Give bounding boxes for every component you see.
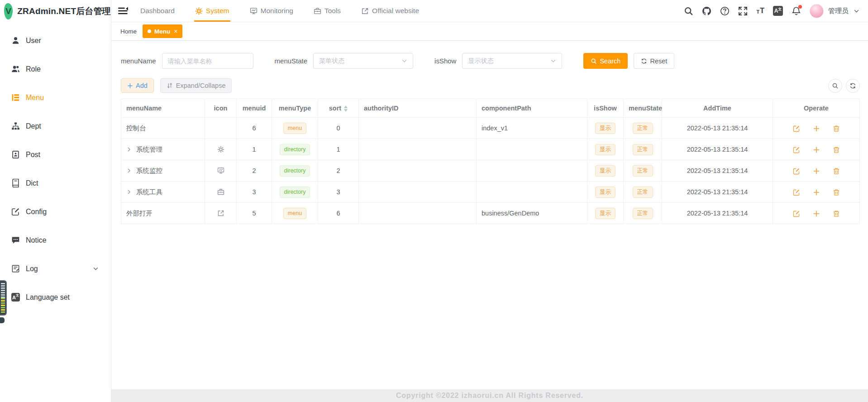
nav-tools[interactable]: Tools: [314, 0, 341, 22]
sidebar-item-role[interactable]: Role: [0, 55, 111, 83]
sidebar-item-label: Role: [26, 65, 41, 73]
sidebar-item-label: User: [26, 37, 41, 45]
edit-row-button[interactable]: [793, 168, 800, 175]
cell-icon: [205, 182, 237, 203]
menu-name-text: 系统工具: [136, 188, 162, 196]
sort-arrows-icon: [167, 82, 173, 89]
user-avatar[interactable]: [810, 4, 824, 18]
edit-row-button[interactable]: [793, 125, 800, 132]
org-tree-icon: [11, 122, 20, 130]
column-header-menuState: menuState: [624, 99, 662, 118]
sort-carets-icon[interactable]: [344, 105, 348, 112]
table-row: 系统监控2directory2显示正常2022-05-13 21:35:14: [121, 160, 860, 182]
add-child-button[interactable]: [813, 189, 820, 196]
language-switch-icon[interactable]: A文: [773, 6, 783, 16]
cell-componentpath: [477, 160, 587, 182]
collapse-sidebar-icon[interactable]: [118, 6, 129, 16]
close-tab-icon[interactable]: ×: [174, 28, 177, 35]
sidebar-item-language-set[interactable]: A文 Language set: [0, 283, 111, 311]
delete-row-button[interactable]: [833, 168, 840, 175]
main-area: Dashboard System Monitoring Tools Offici…: [111, 0, 868, 402]
column-header-authorityID: authorityID: [359, 99, 477, 118]
add-button[interactable]: Add: [121, 78, 154, 93]
fullscreen-icon[interactable]: [738, 6, 748, 16]
chevron-down-icon: [401, 58, 407, 64]
sidebar-item-log[interactable]: Log: [0, 254, 111, 283]
add-child-button[interactable]: [813, 168, 820, 175]
nav-system[interactable]: System: [195, 0, 229, 22]
user-menu-chevron-icon[interactable]: [854, 8, 859, 14]
edit-row-button[interactable]: [793, 189, 800, 196]
github-icon[interactable]: [702, 6, 711, 16]
table-body: 控制台6menu0index_v1显示正常2022-05-13 21:35:14…: [121, 118, 860, 224]
toolbox-icon: [217, 188, 224, 196]
tab-home[interactable]: Home: [120, 28, 137, 35]
is-show-tag: 显示: [595, 165, 615, 177]
search-icon[interactable]: [684, 6, 693, 16]
nav-dashboard[interactable]: Dashboard: [140, 0, 175, 22]
delete-row-button[interactable]: [833, 125, 840, 132]
sidebar-item-post[interactable]: Post: [0, 140, 111, 169]
expand-row-icon[interactable]: [126, 189, 132, 195]
sidebar-item-user[interactable]: User: [0, 26, 111, 55]
expand-row-icon[interactable]: [126, 147, 132, 152]
cell-isshow: 显示: [587, 160, 624, 182]
help-icon[interactable]: [720, 6, 730, 16]
is-show-select[interactable]: 显示状态: [462, 53, 562, 69]
menu-name-text: 控制台: [126, 124, 146, 132]
sidebar-item-label: Menu: [26, 94, 44, 102]
topbar: Dashboard System Monitoring Tools Offici…: [111, 0, 868, 22]
user-name[interactable]: 管理员: [828, 7, 849, 15]
nav-monitoring[interactable]: Monitoring: [250, 0, 293, 22]
tab-menu[interactable]: Menu ×: [143, 24, 182, 38]
cell-menuname: 系统监控: [121, 160, 205, 182]
cell-isshow: 显示: [587, 182, 624, 203]
cell-menutype: directory: [272, 160, 318, 182]
cell-addtime: 2022-05-13 21:35:14: [662, 139, 773, 160]
sidebar-item-dict[interactable]: Dict: [0, 169, 111, 197]
cell-addtime: 2022-05-13 21:35:14: [662, 203, 773, 224]
sidebar-item-config[interactable]: Config: [0, 197, 111, 226]
column-header-sort[interactable]: sort: [318, 99, 359, 118]
delete-row-button[interactable]: [833, 189, 840, 196]
nav-official-website[interactable]: Official website: [361, 0, 419, 22]
notification-bell-icon[interactable]: [792, 6, 801, 16]
menu-state-tag: 正常: [633, 208, 653, 219]
tab-label: Menu: [154, 28, 170, 35]
expand-collapse-label: Expand/Collapse: [176, 82, 226, 89]
cell-componentpath: [477, 182, 587, 203]
edit-row-button[interactable]: [793, 146, 800, 153]
cell-menutype: directory: [272, 139, 318, 160]
sidebar-menu: User Role Menu Dept Post Dict: [0, 22, 111, 311]
refresh-table-button[interactable]: [846, 79, 860, 93]
font-size-icon[interactable]: TT: [756, 7, 764, 14]
menu-type-tag: directory: [280, 187, 310, 198]
menu-name-input[interactable]: [162, 53, 253, 69]
sidebar-item-dept[interactable]: Dept: [0, 112, 111, 140]
add-child-button[interactable]: [813, 125, 820, 132]
copyright-text: Copyright ©2022 izhaorui.cn All Rights R…: [396, 392, 583, 400]
menu-state-select[interactable]: 菜单状态: [313, 53, 413, 69]
reset-button[interactable]: Reset: [634, 53, 674, 69]
add-button-label: Add: [136, 82, 148, 89]
cell-authorityid: [359, 203, 477, 224]
search-button[interactable]: Search: [583, 53, 628, 69]
expand-collapse-button[interactable]: Expand/Collapse: [160, 78, 232, 93]
cell-icon: [205, 160, 237, 182]
cell-menustate: 正常: [624, 139, 662, 160]
delete-row-button[interactable]: [833, 146, 840, 153]
badge-icon: [11, 150, 20, 159]
cell-operate: [773, 118, 860, 139]
role-icon: [11, 65, 20, 73]
app-window: V ZRAdmin.NET后台管理 User Role Menu Dept: [0, 0, 868, 402]
delete-row-button[interactable]: [833, 210, 840, 217]
sidebar-item-notice[interactable]: Notice: [0, 226, 111, 254]
edit-row-button[interactable]: [793, 210, 800, 217]
toggle-search-button[interactable]: [828, 79, 842, 93]
add-child-button[interactable]: [813, 210, 820, 217]
add-child-button[interactable]: [813, 146, 820, 153]
cell-componentpath: business/GenDemo: [477, 203, 587, 224]
expand-row-icon[interactable]: [126, 168, 132, 173]
menu-type-tag: directory: [280, 144, 310, 155]
sidebar-item-menu[interactable]: Menu: [0, 83, 111, 112]
